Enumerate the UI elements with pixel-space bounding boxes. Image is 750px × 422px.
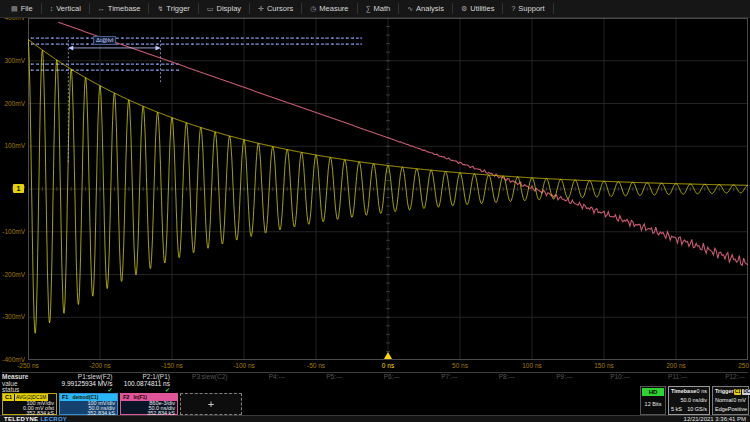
measure-param-status: [346, 387, 401, 393]
menu-item-label: Analysis: [416, 4, 444, 13]
trigger-mode: Normal: [715, 396, 733, 405]
measure-column[interactable]: P5:---: [288, 373, 346, 393]
measure-param-name: P11:---: [633, 373, 688, 381]
teledyne-lecroy-logo: TELEDYNE LECROY: [4, 416, 67, 422]
menu-item-label: Utilities: [470, 4, 494, 13]
y-axis-label: -200mV: [0, 271, 25, 279]
menu-item[interactable]: ∑ Math: [358, 3, 400, 14]
measure-param-name: P8:---: [461, 373, 516, 381]
menu-item-icon: ↯: [157, 5, 163, 12]
menu-item-icon: ∿: [407, 5, 413, 12]
measure-param-name: P10:---: [576, 373, 631, 381]
trace-descriptor-c1[interactable]: C1 AVG(2)DC1M 100 mV/div 0.00 mV ofst 35…: [2, 393, 57, 415]
menu-item[interactable]: ↔ Timebase: [90, 3, 150, 14]
trigger-coupling-badge: DC: [742, 389, 750, 395]
trace-descriptor-f1[interactable]: F1 demod(C1) 100 mV/div 50.0 ns/div 352.…: [59, 393, 118, 415]
trigger-type: Edge: [715, 405, 728, 414]
menu-item-label: Measure: [319, 4, 348, 13]
timebase-panel[interactable]: Timebase 0 ns 50.0 ns/div 5 kS 10 GS/s: [668, 386, 710, 415]
y-axis-label: -300mV: [0, 313, 25, 321]
menu-item[interactable]: ▭ Display: [199, 3, 250, 14]
measure-column[interactable]: P6:---: [346, 373, 404, 393]
hd-bits: 12 Bits: [641, 401, 665, 407]
measure-param-value: 9.99125934 MV/s: [58, 381, 113, 387]
menu-item-icon: ▭: [207, 5, 214, 12]
y-axis-label: 300mV: [0, 57, 25, 65]
menu-item-icon: ?: [511, 5, 515, 12]
measure-param-name: P7:---: [403, 373, 458, 381]
timebase-delay: 0 ns: [697, 387, 707, 396]
measure-param-name: P12:---: [691, 373, 746, 381]
menu-item-label: Trigger: [166, 4, 189, 13]
menu-item[interactable]: ✛ Cursors: [250, 3, 302, 14]
trace-id-c1: C1: [3, 394, 14, 401]
measure-param-status: [288, 387, 343, 393]
trace-id-f1: F1: [60, 394, 70, 401]
measure-column[interactable]: P10:---: [576, 373, 634, 393]
menu-item-icon: ◷: [310, 5, 316, 12]
measure-column[interactable]: P7:---: [403, 373, 461, 393]
measure-param-name: P9:---: [518, 373, 573, 381]
measure-param-name: P6:---: [346, 373, 401, 381]
menu-item-icon: ✛: [258, 5, 264, 12]
menu-item[interactable]: ↕ Vertical: [42, 3, 90, 14]
menu-item[interactable]: ? Support: [503, 3, 553, 14]
menu-item-icon: ⚙: [461, 5, 467, 12]
measure-param-name: P5:---: [288, 373, 343, 381]
menu-item-icon: ∑: [366, 5, 371, 12]
menu-item-label: Vertical: [56, 4, 81, 13]
measure-param-status: [518, 387, 573, 393]
trigger-source-badge: C1: [734, 389, 742, 395]
hd-mode-panel[interactable]: HD 12 Bits: [640, 386, 666, 415]
measure-param-status: [576, 387, 631, 393]
datetime: 12/21/2021 3:36:41 PM: [684, 416, 746, 422]
timebase-title: Timebase: [671, 387, 696, 396]
menu-item[interactable]: ▤ File: [3, 3, 42, 14]
trigger-slope: Positive: [728, 405, 747, 414]
menu-item[interactable]: ◷ Measure: [302, 3, 357, 14]
menu-item[interactable]: ⚙ Utilities: [453, 3, 503, 14]
y-axis-label: 200mV: [0, 100, 25, 108]
menu-item-icon: ▤: [11, 5, 18, 12]
menu-item-label: Cursors: [267, 4, 293, 13]
waveform-svg: [28, 18, 748, 360]
measure-param-name: P3:slew(C2): [173, 373, 228, 381]
trigger-title: Trigger: [715, 387, 734, 396]
timebase-samplerate: 10 GS/s: [687, 405, 707, 414]
measure-table: Measure value status P1:slew(F2) 9.99125…: [2, 372, 748, 393]
menu-item-icon: ↕: [50, 5, 54, 12]
trigger-level: 0 mV: [733, 396, 746, 405]
measure-param-status: [403, 387, 458, 393]
menu-item-label: Math: [374, 4, 391, 13]
hd-badge: HD: [642, 388, 664, 396]
measure-param-status: [461, 387, 516, 393]
trigger-panel[interactable]: Trigger C1 DC Normal 0 mV Edge Positive: [712, 386, 749, 415]
menu-item-label: Display: [216, 4, 241, 13]
trace-descriptor-f2[interactable]: F2 ln(F1) 860e-3/div 50.0 ns/div 352.834…: [120, 393, 178, 415]
measure-column[interactable]: P8:---: [461, 373, 519, 393]
measure-param-value: 100.0874811 ns: [116, 381, 171, 387]
timebase-samples: 5 kS: [671, 405, 682, 414]
timebase-scale: 50.0 ns/div: [680, 396, 707, 405]
trace-function-f2: ln(F1): [132, 394, 148, 401]
measure-column[interactable]: P2:1/(P1) 100.0874811 ns ✔: [116, 373, 174, 393]
menu-item[interactable]: ↯ Trigger: [149, 3, 198, 14]
measure-row-labels: Measure value status: [2, 373, 58, 393]
menu-item-label: Support: [518, 4, 544, 13]
add-trace-button[interactable]: +: [180, 393, 242, 415]
channel1-zero-marker[interactable]: 1: [13, 184, 24, 193]
x-axis-labels: -250 ns -200 ns -150 ns -100 ns -50 ns 0…: [28, 362, 748, 371]
waveform-display: [28, 18, 748, 360]
measure-column[interactable]: P4:---: [231, 373, 289, 393]
menu-item-label: Timebase: [108, 4, 141, 13]
measure-column[interactable]: P9:---: [518, 373, 576, 393]
measure-column[interactable]: P1:slew(F2) 9.99125934 MV/s ✔: [58, 373, 116, 393]
menu-item-label: File: [21, 4, 33, 13]
delta-t-level-annotation: Δt@lvl: [93, 36, 116, 45]
trace-id-f2: F2: [121, 394, 131, 401]
menu-item[interactable]: ∿ Analysis: [399, 3, 453, 14]
measure-column[interactable]: P3:slew(C2): [173, 373, 231, 393]
menu-bar: ▤ File ↕ Vertical ↔ Timebase ↯ Trigger ▭…: [0, 0, 750, 18]
menu-item-icon: ↔: [98, 5, 105, 12]
y-axis-label: 100mV: [0, 142, 25, 150]
